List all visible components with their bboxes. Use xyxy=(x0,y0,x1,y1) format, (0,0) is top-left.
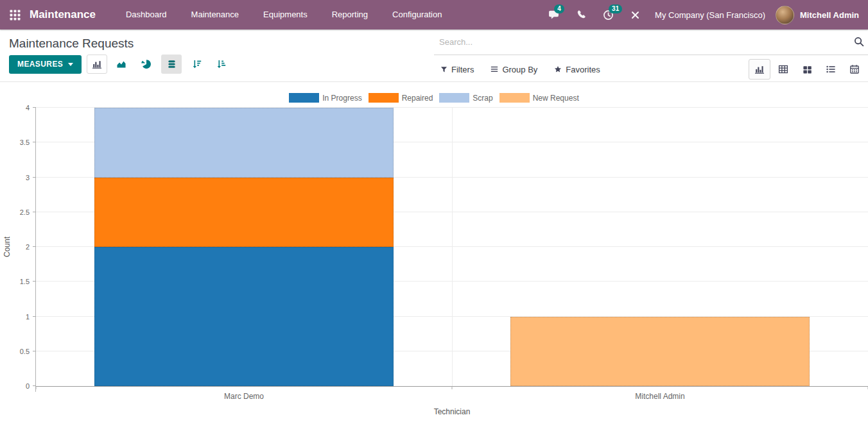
graph-view: In ProgressRepairedScrapNew Request Tech… xyxy=(0,82,868,422)
legend-item-new-request[interactable]: New Request xyxy=(499,93,579,103)
y-tick-label: 3 xyxy=(26,174,30,181)
y-axis-title: Count xyxy=(3,237,12,257)
filters-label: Filters xyxy=(451,65,474,74)
apps-grid-icon xyxy=(10,10,21,21)
bar-segment-scrap[interactable] xyxy=(94,108,394,178)
chart-bar-mitchell-admin[interactable] xyxy=(510,108,810,386)
search-input[interactable] xyxy=(438,37,823,47)
activities-button[interactable]: 31 xyxy=(595,0,622,30)
sort-descending-button[interactable] xyxy=(187,55,207,74)
view-pivot-button[interactable] xyxy=(772,59,794,80)
search-bar xyxy=(434,30,868,56)
legend-item-in-progress[interactable]: In Progress xyxy=(289,93,361,103)
nav-item-configuration[interactable]: Configuration xyxy=(380,0,454,30)
app-name[interactable]: Maintenance xyxy=(30,8,96,21)
x-axis-title: Technician xyxy=(36,407,868,416)
category-band-marc-demo xyxy=(36,108,452,386)
y-tick-label: 2 xyxy=(26,244,30,251)
chart-type-line-button[interactable] xyxy=(111,55,132,74)
nav-item-reporting[interactable]: Reporting xyxy=(320,0,380,30)
measures-button[interactable]: MEASURES xyxy=(9,55,82,74)
filters-button[interactable]: Filters xyxy=(440,65,474,74)
favorites-star-icon xyxy=(554,65,562,73)
y-tick-mark xyxy=(33,385,36,386)
y-tick-label: 2.5 xyxy=(20,208,30,215)
group-by-label: Group By xyxy=(502,65,537,74)
legend-swatch-repaired xyxy=(369,93,399,103)
view-list-button[interactable] xyxy=(820,59,842,80)
legend-label: In Progress xyxy=(322,94,361,103)
navbar-systray: 4 31 My Company xyxy=(540,0,859,30)
chart-plot-area: Technician 00.511.522.533.54Marc DemoMit… xyxy=(35,108,868,387)
control-panel: Maintenance Requests MEASURES xyxy=(0,30,868,82)
legend-label: Repaired xyxy=(402,94,433,103)
y-tick-label: 0.5 xyxy=(20,348,30,355)
apps-menu-button[interactable] xyxy=(0,0,30,30)
legend-label: Scrap xyxy=(473,94,492,103)
measures-label: MEASURES xyxy=(17,60,63,69)
view-calendar-button[interactable] xyxy=(844,59,865,80)
activities-badge: 31 xyxy=(609,4,622,13)
group-by-button[interactable]: Group By xyxy=(490,65,537,74)
x-tick-label: Marc Demo xyxy=(224,392,264,401)
chart-legend: In ProgressRepairedScrapNew Request xyxy=(0,82,868,103)
tools-icon xyxy=(630,10,640,20)
bar-segment-in-progress[interactable] xyxy=(94,247,394,386)
search-icon[interactable] xyxy=(854,37,864,47)
bar-segment-new-request[interactable] xyxy=(510,317,810,387)
bar-segment-repaired[interactable] xyxy=(94,178,394,248)
top-navbar: Maintenance Dashboard Maintenance Equipm… xyxy=(0,0,868,30)
y-tick-label: 1 xyxy=(26,313,30,320)
y-tick-label: 3.5 xyxy=(20,139,30,146)
x-tick-mark xyxy=(452,386,453,389)
legend-swatch-new-request xyxy=(499,93,530,103)
category-band-mitchell-admin xyxy=(452,108,868,386)
group-by-icon xyxy=(490,65,498,73)
view-kanban-button[interactable] xyxy=(796,59,818,80)
legend-item-repaired[interactable]: Repaired xyxy=(369,93,433,103)
nav-item-dashboard[interactable]: Dashboard xyxy=(114,0,179,30)
phone-icon xyxy=(576,10,586,20)
x-tick-mark xyxy=(36,386,37,389)
legend-label: New Request xyxy=(533,94,579,103)
favorites-label: Favorites xyxy=(566,65,600,74)
y-tick-label: 1.5 xyxy=(20,278,30,285)
legend-swatch-in-progress xyxy=(289,93,319,103)
sort-ascending-button[interactable] xyxy=(211,55,232,74)
view-switcher xyxy=(749,59,868,80)
caret-down-icon xyxy=(68,63,73,66)
view-graph-button[interactable] xyxy=(749,59,770,80)
phone-button[interactable] xyxy=(568,0,595,30)
y-tick-label: 0 xyxy=(26,383,30,390)
messages-badge: 4 xyxy=(554,4,564,13)
nav-item-equipments[interactable]: Equipments xyxy=(251,0,320,30)
y-tick-label: 4 xyxy=(26,105,30,112)
chart-type-bar-button[interactable] xyxy=(87,55,107,74)
page-title: Maintenance Requests xyxy=(9,36,434,51)
x-tick-label: Mitchell Admin xyxy=(635,392,684,401)
favorites-button[interactable]: Favorites xyxy=(554,65,600,74)
user-menu[interactable]: Mitchell Admin xyxy=(800,10,859,20)
chart-bar-marc-demo[interactable] xyxy=(94,108,394,386)
user-avatar[interactable] xyxy=(776,6,794,24)
messages-button[interactable]: 4 xyxy=(540,0,568,30)
chart-type-pie-button[interactable] xyxy=(135,55,156,74)
nav-item-maintenance[interactable]: Maintenance xyxy=(179,0,251,30)
search-underline xyxy=(434,55,868,55)
filter-funnel-icon xyxy=(440,66,447,73)
legend-item-scrap[interactable]: Scrap xyxy=(439,93,492,103)
company-switcher[interactable]: My Company (San Francisco) xyxy=(655,10,765,20)
legend-swatch-scrap xyxy=(439,93,469,103)
stacked-toggle-button[interactable] xyxy=(161,55,182,74)
tools-button[interactable] xyxy=(622,0,648,30)
